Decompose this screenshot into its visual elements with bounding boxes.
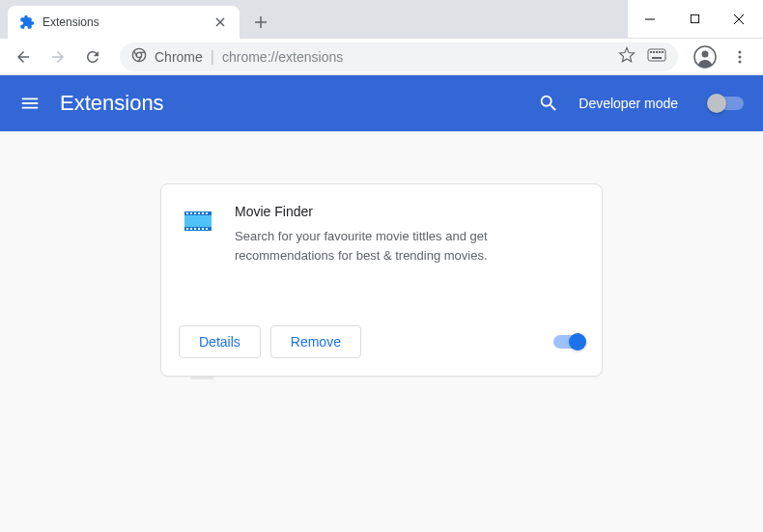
- details-button[interactable]: Details: [179, 325, 261, 358]
- close-window-button[interactable]: [717, 0, 761, 39]
- extension-card: Movie Finder Search for your favourite m…: [160, 183, 603, 377]
- svg-rect-0: [691, 14, 698, 22]
- svg-rect-29: [206, 228, 208, 230]
- svg-point-13: [739, 55, 742, 58]
- svg-rect-26: [194, 228, 196, 230]
- developer-mode-toggle[interactable]: [709, 97, 744, 110]
- svg-rect-8: [662, 51, 664, 53]
- extensions-header: Extensions Developer mode: [0, 75, 763, 131]
- svg-point-11: [702, 50, 709, 57]
- svg-rect-7: [659, 51, 661, 53]
- film-icon: [181, 204, 215, 238]
- star-icon[interactable]: [618, 46, 636, 68]
- omnibox[interactable]: Chrome | chrome://extensions: [120, 42, 678, 71]
- svg-rect-23: [206, 212, 208, 214]
- svg-rect-21: [198, 212, 200, 214]
- browser-toolbar: Chrome | chrome://extensions: [0, 39, 763, 75]
- menu-button[interactable]: [724, 42, 755, 72]
- svg-rect-24: [186, 228, 188, 230]
- svg-rect-9: [652, 57, 662, 59]
- svg-rect-20: [194, 212, 196, 214]
- chrome-icon: [131, 47, 147, 67]
- svg-rect-18: [186, 212, 188, 214]
- omnibox-url: chrome://extensions: [222, 49, 343, 65]
- svg-point-12: [739, 50, 742, 53]
- page-title: Extensions: [60, 91, 519, 116]
- omnibox-separator: |: [211, 48, 214, 66]
- extension-enable-toggle[interactable]: [553, 335, 584, 349]
- remove-button[interactable]: Remove: [270, 325, 361, 358]
- svg-rect-4: [650, 51, 652, 53]
- svg-rect-25: [190, 228, 192, 230]
- omnibox-prefix: Chrome: [155, 49, 203, 65]
- extension-name: Movie Finder: [235, 204, 582, 219]
- svg-rect-19: [190, 212, 192, 214]
- close-tab-button[interactable]: [212, 14, 228, 30]
- minimize-button[interactable]: [628, 0, 672, 39]
- browser-tab[interactable]: Extensions: [8, 6, 240, 39]
- svg-rect-22: [202, 212, 204, 214]
- maximize-button[interactable]: [672, 0, 717, 39]
- reload-button[interactable]: [77, 42, 108, 72]
- extension-description: Search for your favourite movie tittles …: [235, 227, 582, 265]
- tab-title: Extensions: [42, 15, 205, 29]
- svg-rect-3: [648, 49, 665, 61]
- toggle-knob: [707, 94, 726, 113]
- new-tab-button[interactable]: [247, 9, 274, 36]
- search-button[interactable]: [538, 93, 559, 114]
- puzzle-icon: [19, 14, 35, 30]
- profile-button[interactable]: [690, 42, 721, 72]
- hamburger-menu-button[interactable]: [19, 93, 41, 114]
- keyboard-icon[interactable]: [647, 48, 666, 66]
- tab-strip: Extensions: [0, 0, 628, 39]
- developer-mode-label: Developer mode: [579, 96, 678, 111]
- svg-rect-28: [202, 228, 204, 230]
- toggle-knob: [569, 333, 586, 350]
- svg-rect-5: [653, 51, 655, 53]
- back-button[interactable]: [8, 42, 39, 72]
- svg-rect-6: [656, 51, 658, 53]
- forward-button[interactable]: [42, 42, 73, 72]
- svg-rect-27: [198, 228, 200, 230]
- content-area: pcrisk.com Movie Finder Search for your …: [0, 131, 763, 532]
- svg-point-14: [739, 60, 742, 63]
